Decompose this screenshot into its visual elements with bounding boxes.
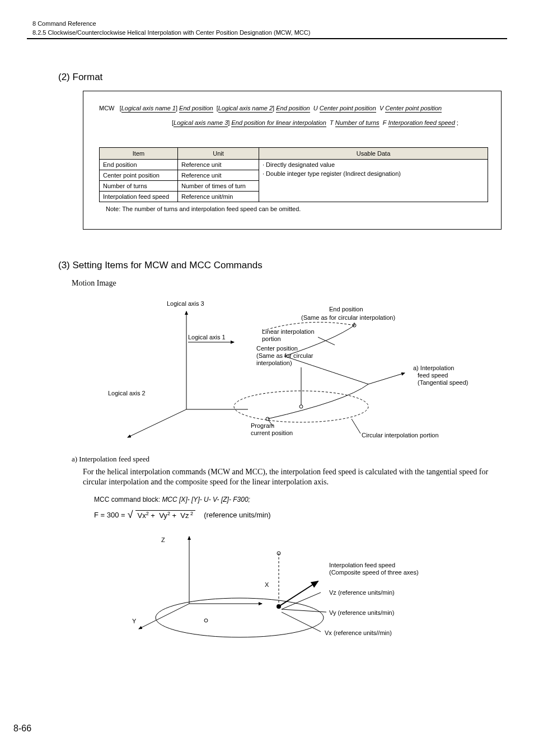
svg-line-16 [139, 604, 189, 629]
label-circular: Circular interpolation portion [362, 432, 439, 438]
usable-line1: · Directly designated value [263, 161, 484, 168]
formula-body: Vx2 + Vy2 + Vz 2 [135, 510, 195, 520]
svg-line-25 [282, 612, 321, 632]
param-v-val: Center point position [385, 105, 442, 113]
format-table: Item Unit Usable Data End position Refer… [99, 147, 488, 202]
cell-item: Interpolation feed speed [100, 191, 178, 202]
motion-image-label: Motion Image [72, 279, 507, 288]
label-center-pos2: (Same as for circular [256, 352, 313, 359]
param-u-val: Center point position [320, 105, 376, 113]
label-axis1: Logical axis 1 [188, 334, 226, 340]
label-end-position-note: (Same as for circular interpolation) [301, 314, 395, 321]
cell-usable: · Directly designated value · Double int… [259, 159, 488, 202]
param-axis2-val: End position [276, 105, 310, 113]
s3-title: (3) Setting Items for MCW and MCC Comman… [58, 260, 507, 271]
axis-z: Z [161, 536, 165, 543]
svg-line-13 [352, 419, 360, 433]
svg-line-24 [282, 609, 326, 612]
svg-line-22 [279, 581, 318, 606]
format-line1: MCW [Logical axis name 1] End position [… [99, 104, 485, 114]
header-rule [27, 38, 507, 39]
svg-line-10 [318, 337, 335, 345]
cell-unit: Reference unit [178, 159, 259, 170]
usable-line2: · Double integer type register (Indirect… [263, 170, 484, 177]
param-f-val: Interporation feed speed [388, 119, 455, 127]
cell-item: Center point position [100, 170, 178, 180]
param-axis1-name: Logical axis name 1 [121, 105, 176, 113]
label-feed-b: feed speed [418, 372, 448, 379]
cmd-block-value: MCC [X]- [Y]- U- V- [Z]- F300; [162, 496, 250, 503]
formula-lhs: F = 300 = [94, 511, 125, 519]
svg-line-8 [368, 373, 405, 384]
mcc-command-block: MCC command block: MCC [X]- [Y]- U- V- [… [94, 496, 507, 503]
param-f: F [383, 119, 387, 126]
label-program2: current position [251, 430, 293, 436]
vx: Vx [138, 512, 146, 520]
label-center-pos3: interpolation) [256, 360, 292, 366]
param-t: T [330, 119, 334, 126]
motion-figure: Logical axis 3 Logical axis 1 Logical ax… [94, 295, 507, 442]
formula: F = 300 = √ Vx2 + Vy2 + Vz 2 (reference … [94, 509, 507, 521]
axis-y: Y [132, 618, 137, 624]
param-axis1-val: End position [179, 105, 213, 113]
label-vy: Vy (reference units/min) [329, 609, 394, 616]
format-box: MCW [Logical axis name 1] End position [… [83, 91, 502, 230]
svg-line-2 [128, 409, 186, 437]
label-composite2: (Composite speed of three axes) [329, 569, 419, 576]
vz: Vz [180, 512, 189, 520]
label-vx: Vx (reference units//min) [325, 629, 392, 636]
vy: Vy [159, 512, 167, 520]
label-composite1: Interpolation feed speed [329, 562, 395, 568]
label-axis2: Logical axis 2 [108, 390, 146, 396]
param-axis3-val: End position for linear interpolation [231, 119, 326, 127]
th-unit: Unit [178, 147, 259, 159]
sub-a-body: For the helical interpolation commands (… [83, 467, 496, 488]
chapter-header: 8 Command Reference [32, 20, 507, 27]
sub-a-title: a) Interpolation feed speed [72, 455, 507, 464]
param-u: U [313, 105, 318, 111]
axis-x: X [265, 581, 269, 588]
format-title: (2) Format [58, 72, 507, 83]
cell-unit: Number of times of turn [178, 180, 259, 191]
param-axis3-name: Logical axis name 3 [174, 119, 228, 127]
speed-figure: Z X Y Interpolation feed speed (Composit… [94, 531, 507, 651]
label-linear-interp: Linear interpolation [262, 328, 315, 335]
cell-item: End position [100, 159, 178, 170]
cell-item: Number of turns [100, 180, 178, 191]
label-linear-interp2: portion [262, 335, 281, 342]
format-note: Note: The number of turns and interpolat… [106, 206, 485, 212]
label-feed-c: (Tangential speed) [418, 379, 469, 386]
section-header: 8.2.5 Clockwise/Counterclockwise Helical… [32, 29, 507, 36]
formula-units: (reference units/min) [204, 511, 270, 519]
label-axis3: Logical axis 3 [167, 300, 204, 307]
label-center-pos: Center position [256, 345, 298, 352]
cell-unit: Reference unit [178, 170, 259, 180]
th-item: Item [100, 147, 178, 159]
svg-point-18 [204, 619, 208, 622]
label-end-position: End position [329, 306, 363, 312]
cmd-name: MCW [99, 105, 115, 111]
svg-point-6 [299, 405, 303, 408]
format-line2: [Logical axis name 3] End position for l… [172, 119, 485, 126]
table-row: End position Reference unit · Directly d… [100, 159, 488, 170]
param-t-val: Number of turns [335, 119, 380, 127]
label-feed-a: a) Interpolation [413, 365, 454, 371]
param-v: V [380, 105, 383, 111]
cell-unit: Reference unit/min [178, 191, 259, 202]
page-number: 8-66 [13, 724, 31, 734]
param-axis2-name: Logical axis name 2 [218, 105, 273, 113]
cmd-block-label: MCC command block: [94, 496, 160, 503]
th-usable: Usable Data [259, 147, 488, 159]
label-vz: Vz (reference units/min) [329, 589, 395, 596]
